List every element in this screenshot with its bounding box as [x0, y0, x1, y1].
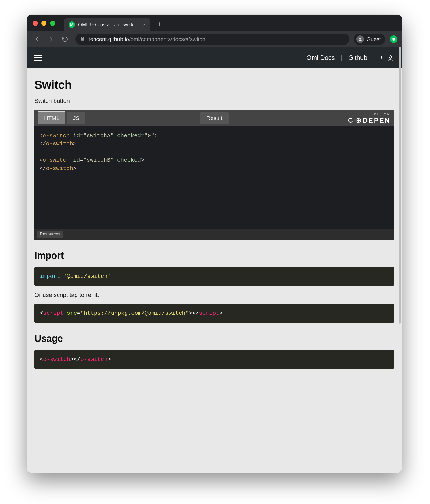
new-tab-button[interactable]: + — [157, 20, 162, 28]
nav-link-chinese[interactable]: 中文 — [381, 53, 394, 62]
reload-button[interactable] — [59, 33, 71, 45]
codepen-tab-js[interactable]: JS — [67, 112, 85, 124]
code-usage[interactable]: <o-switch></o-switch> — [34, 350, 394, 369]
browser-tab[interactable]: M OMIU - Cross-Frameworks UI F × — [64, 18, 150, 31]
codepen-logo: C DEPEN — [348, 117, 390, 124]
back-button[interactable] — [31, 33, 43, 45]
profile-label: Guest — [367, 36, 381, 42]
tab-close-icon[interactable]: × — [143, 22, 146, 28]
svg-point-0 — [359, 38, 361, 39]
codepen-resources-button[interactable]: Resources — [37, 231, 63, 238]
nav-link-omi-docs[interactable]: Omi Docs — [306, 54, 335, 61]
browser-toolbar: tencent.github.io/omi/components/docs/#/… — [27, 31, 402, 47]
menu-button[interactable] — [34, 55, 42, 61]
code-import[interactable]: import '@omiu/switch' — [34, 267, 394, 286]
codepen-brand[interactable]: EDIT ON C DEPEN — [348, 112, 390, 124]
page-viewport: Omi Docs | Github | 中文 Switch Switch but… — [27, 47, 402, 473]
arrow-left-icon — [34, 36, 41, 43]
codepen-toolbar: HTML JS Result EDIT ON C DEPEN — [34, 110, 394, 126]
codepen-tab-html[interactable]: HTML — [38, 112, 65, 124]
site-header: Omi Docs | Github | 中文 — [27, 47, 402, 68]
codepen-edit-on-label: EDIT ON — [371, 112, 391, 116]
window-close-button[interactable] — [33, 21, 38, 26]
reload-icon — [62, 36, 69, 43]
address-bar[interactable]: tencent.github.io/omi/components/docs/#/… — [75, 34, 349, 45]
nav-link-github[interactable]: Github — [348, 54, 367, 61]
codepen-embed: HTML JS Result EDIT ON C DEPEN — [34, 110, 394, 240]
codepen-footer: Resources — [34, 229, 394, 240]
window-maximize-button[interactable] — [50, 21, 55, 26]
codepen-tab-result[interactable]: Result — [200, 112, 229, 124]
import-heading: Import — [34, 250, 394, 261]
scrollbar[interactable] — [399, 47, 401, 324]
nav-separator: | — [373, 54, 375, 61]
window-controls — [33, 21, 55, 26]
window-minimize-button[interactable] — [41, 21, 46, 26]
cube-icon — [355, 118, 361, 124]
tab-favicon: M — [69, 21, 75, 28]
code-script-tag[interactable]: <script src="https://unpkg.com/@omiu/swi… — [34, 304, 394, 322]
tab-title: OMIU - Cross-Frameworks UI F — [78, 22, 139, 28]
hamburger-icon — [34, 55, 42, 56]
usage-heading: Usage — [34, 333, 394, 344]
url-text: tencent.github.io/omi/components/docs/#/… — [89, 36, 205, 42]
header-nav: Omi Docs | Github | 中文 — [306, 53, 394, 62]
page-title: Switch — [34, 78, 394, 92]
codepen-code-panel[interactable]: <o-switch id="switchA" checked="0"> </o-… — [34, 126, 394, 229]
forward-button — [45, 33, 57, 45]
avatar-icon — [356, 35, 364, 43]
window-titlebar: M OMIU - Cross-Frameworks UI F × + — [27, 15, 402, 31]
page-subtitle: Switch button — [34, 97, 394, 104]
profile-chip[interactable]: Guest — [354, 34, 385, 45]
import-or-text: Or use script tag to ref it. — [34, 292, 394, 299]
lock-icon — [80, 36, 85, 42]
extension-button[interactable] — [390, 35, 397, 43]
arrow-right-icon — [48, 36, 55, 43]
shield-icon — [392, 37, 396, 41]
nav-separator: | — [341, 54, 342, 61]
